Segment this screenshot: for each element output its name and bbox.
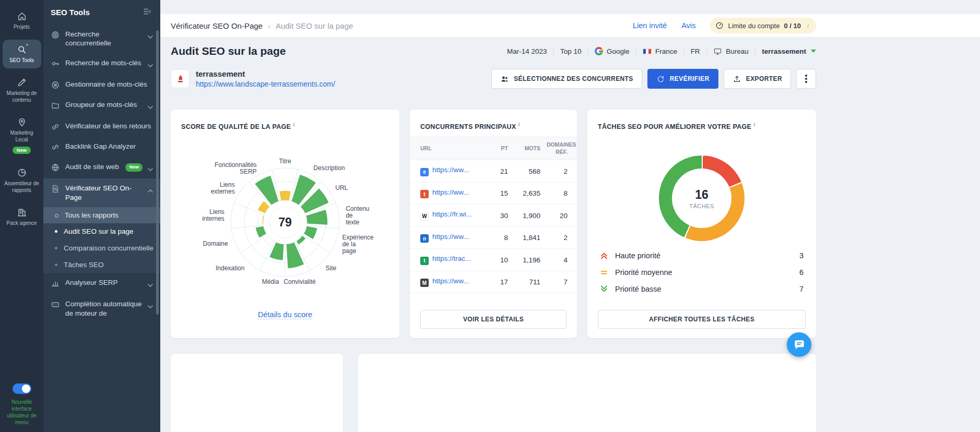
competitor-url[interactable]: https://ww... — [432, 166, 469, 174]
account-limit-badge[interactable]: Limite du compte 0 / 10 — [710, 18, 816, 33]
new-ui-toggle[interactable] — [13, 383, 31, 394]
rail-item-seo-tools[interactable]: SEO Tools — [3, 40, 41, 69]
competitors-card-title: CONCURRENTS PRINCIPAUX — [420, 123, 516, 130]
competitor-url[interactable]: https://ww... — [432, 277, 469, 285]
pencil-icon — [17, 77, 27, 88]
top-bar: Vérificateur SEO On-Page Audit SEO sur l… — [160, 14, 980, 38]
sidebar-item-backlink-gap[interactable]: Backlink Gap Analyzer — [43, 137, 160, 157]
google-icon — [595, 47, 603, 55]
sidebar-item-website-audit[interactable]: Audit de site web New — [43, 157, 160, 178]
pt-value: 8 — [489, 226, 511, 249]
sidebar-item-keyword-grouper[interactable]: Groupeur de mots-clés — [43, 95, 160, 116]
report-country: France — [643, 47, 677, 55]
chevron-up-icon — [148, 186, 154, 195]
globe-icon — [51, 163, 60, 172]
sidebar-item-serp-analyzer[interactable]: Analyseur SERP — [43, 273, 160, 294]
competitor-url[interactable]: https://ww... — [432, 188, 469, 196]
sidebar-subitem-competitive-comparison[interactable]: Comparaison concurrentielle — [43, 240, 160, 257]
info-icon[interactable] — [293, 121, 294, 127]
export-button[interactable]: EXPORTER — [724, 69, 791, 89]
svg-text:URL: URL — [335, 184, 348, 191]
tasks-legend: Haute priorité 3 Priorité moyenne 6 Prio… — [600, 247, 804, 297]
breadcrumb-parent[interactable]: Vérificateur SEO On-Page — [171, 21, 263, 30]
sidebar-item-label: Audit de site web — [65, 162, 120, 171]
sidebar-item-keyword-manager[interactable]: Gestionnaire de mots-clés — [43, 75, 160, 95]
rail-item-local-marketing[interactable]: Marketing Local New — [3, 112, 41, 159]
rail-item-label: Projets — [14, 24, 30, 31]
competitor-url[interactable]: https://ww... — [432, 233, 469, 241]
chevron-down-icon — [148, 61, 154, 69]
export-icon — [733, 75, 741, 83]
recheck-button[interactable]: REVÉRIFIER — [647, 69, 718, 89]
new-badge: New — [125, 163, 143, 172]
info-icon[interactable] — [753, 121, 755, 127]
info-icon[interactable] — [807, 22, 809, 29]
chevron-down-icon — [811, 50, 816, 53]
more-options-button[interactable] — [796, 69, 816, 89]
reviews-link[interactable]: Avis — [681, 21, 695, 30]
recheck-label: REVÉRIFIER — [670, 75, 710, 82]
svg-text:Site: Site — [326, 265, 337, 272]
divider — [754, 47, 757, 55]
sliders-circle-icon — [51, 80, 60, 90]
site-favicon: t — [420, 190, 429, 198]
main-content: Vérificateur SEO On-Page Audit SEO sur l… — [160, 0, 980, 432]
france-flag-icon — [643, 49, 652, 54]
pt-value: 21 — [489, 160, 511, 183]
info-icon[interactable] — [518, 121, 519, 127]
competitor-url[interactable]: https://trac... — [432, 255, 471, 262]
breadcrumb: Vérificateur SEO On-Page Audit SEO sur l… — [171, 21, 353, 30]
sidebar-item-autocomplete[interactable]: Complétion automatique de moteur de — [43, 294, 160, 323]
search-engine-label: Google — [607, 47, 630, 55]
sidebar-item-keyword-research[interactable]: Recherche de mots-clés — [43, 53, 160, 75]
report-language: FR — [691, 47, 700, 55]
show-all-tasks-button[interactable]: AFFICHER TOUTES LES TÂCHES — [598, 310, 806, 329]
competitor-row: nhttps://ww... 8 1,841 2 — [410, 226, 577, 249]
page-score-polar-chart: 79TitreDescriptionURLContenudetexteExpér… — [171, 133, 399, 310]
rail-item-agency-pack[interactable]: Pack agence — [3, 202, 41, 232]
rail-item-label: Assembleur de rapports — [4, 181, 40, 194]
collapse-sidebar-icon[interactable] — [143, 7, 152, 18]
sidebar-subitem-seo-tasks[interactable]: Tâches SEO — [43, 257, 160, 273]
audited-url-link[interactable]: https://www.landscape-terrassements.com/ — [196, 80, 335, 88]
double-chevron-down-icon — [600, 285, 608, 293]
chevron-down-icon — [148, 280, 154, 289]
sidebar-item-onpage-checker[interactable]: Vérificateur SEO On-Page — [43, 178, 160, 207]
site-favicon: e — [420, 168, 429, 176]
sidebar-header: SEO Tools — [43, 0, 160, 22]
sidebar-item-backlink-checker[interactable]: Vérificateur de liens retours — [43, 116, 160, 137]
divider — [635, 47, 637, 55]
svg-text:Expériencede lapage: Expériencede lapage — [342, 234, 373, 255]
export-label: EXPORTER — [746, 75, 782, 82]
rail-item-report-builder[interactable]: Assembleur de rapports — [3, 163, 41, 198]
mots-value: 1,841 — [511, 226, 544, 249]
project-selector[interactable]: terrassement — [762, 47, 816, 55]
column-header-url: URL — [410, 137, 489, 160]
report-date: Mar-14 2023 — [507, 47, 547, 55]
column-header-pt: PT — [489, 137, 511, 160]
guest-link[interactable]: Lien invité — [633, 21, 667, 30]
sidebar-subitem-all-reports[interactable]: Tous les rapports — [43, 207, 160, 224]
rail-item-projects[interactable]: Projets — [3, 6, 41, 35]
people-icon — [500, 75, 509, 83]
score-details-link[interactable]: Détails du score — [258, 310, 312, 319]
sidebar-item-label: Groupeur de mots-clés — [65, 100, 143, 109]
competitor-url[interactable]: https://fr.wi... — [432, 210, 472, 218]
dom-value: 2 — [544, 160, 577, 183]
limit-value: 0 / 10 — [784, 22, 801, 30]
rail-item-content-marketing[interactable]: Marketing de contenu — [3, 73, 41, 108]
view-details-button[interactable]: VOIR LES DÉTAILS — [420, 310, 566, 329]
rail-item-label: Marketing Local — [4, 130, 40, 143]
legend-row-medium: Priorité moyenne 6 — [600, 264, 804, 281]
chat-widget-button[interactable] — [787, 332, 811, 357]
search-engine: Google — [595, 47, 630, 55]
sidebar-subitem-onpage-audit[interactable]: Audit SEO sur la page — [43, 223, 160, 240]
legend-row-high: Haute priorité 3 — [600, 247, 804, 264]
sidebar-item-competitive-research[interactable]: Recherche concurrentielle — [43, 25, 160, 53]
page-quality-score-card: SCORE DE QUALITÉ DE LA PAGE 79TitreDescr… — [171, 110, 399, 338]
competitor-row: ehttps://ww... 21 568 2 — [410, 160, 577, 183]
svg-text:Liensexternes: Liensexternes — [211, 181, 235, 195]
seo-tools-sidebar: SEO Tools Recherche concurrentielle Rech… — [43, 0, 160, 432]
sidebar-scrollbar[interactable] — [156, 30, 159, 315]
select-competitors-button[interactable]: SÉLECTIONNEZ DES CONCURRENTS — [491, 69, 642, 89]
